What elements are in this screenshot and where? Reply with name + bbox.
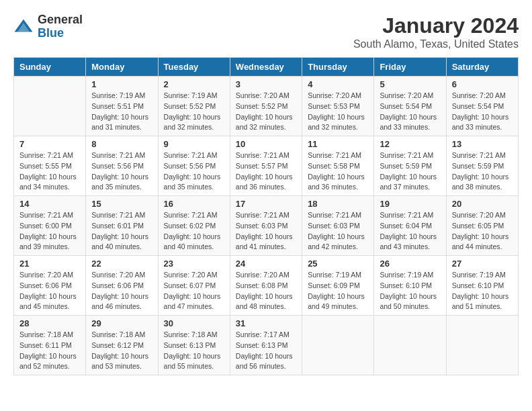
calendar-cell: 24Sunrise: 7:20 AMSunset: 6:08 PMDayligh… xyxy=(230,256,302,316)
calendar-cell xyxy=(374,316,446,375)
calendar-cell xyxy=(302,316,374,375)
calendar-cell: 9Sunrise: 7:21 AMSunset: 5:56 PMDaylight… xyxy=(158,136,230,196)
day-number: 18 xyxy=(308,199,368,209)
calendar-table: SundayMondayTuesdayWednesdayThursdayFrid… xyxy=(13,57,519,375)
day-info: Sunrise: 7:20 AMSunset: 5:53 PMDaylight:… xyxy=(308,91,368,133)
calendar-cell: 7Sunrise: 7:21 AMSunset: 5:55 PMDaylight… xyxy=(14,136,86,196)
day-number: 17 xyxy=(236,199,296,209)
header-monday: Monday xyxy=(86,58,158,77)
day-info: Sunrise: 7:20 AMSunset: 6:06 PMDaylight:… xyxy=(19,270,80,312)
calendar-row-2: 7Sunrise: 7:21 AMSunset: 5:55 PMDaylight… xyxy=(14,136,519,196)
day-info: Sunrise: 7:19 AMSunset: 5:51 PMDaylight:… xyxy=(91,91,152,133)
calendar-row-5: 28Sunrise: 7:18 AMSunset: 6:11 PMDayligh… xyxy=(14,316,519,375)
header: General Blue January 2024 South Alamo, T… xyxy=(13,13,519,50)
day-number: 3 xyxy=(236,79,296,89)
day-number: 30 xyxy=(164,318,224,328)
header-sunday: Sunday xyxy=(14,58,86,77)
header-thursday: Thursday xyxy=(302,58,374,77)
day-info: Sunrise: 7:21 AMSunset: 6:03 PMDaylight:… xyxy=(236,210,296,253)
day-number: 21 xyxy=(19,259,80,269)
calendar-cell: 8Sunrise: 7:21 AMSunset: 5:56 PMDaylight… xyxy=(86,136,158,196)
day-info: Sunrise: 7:20 AMSunset: 6:06 PMDaylight:… xyxy=(91,270,152,312)
day-info: Sunrise: 7:21 AMSunset: 5:59 PMDaylight:… xyxy=(380,150,440,193)
day-info: Sunrise: 7:17 AMSunset: 6:13 PMDaylight:… xyxy=(236,330,296,372)
day-info: Sunrise: 7:18 AMSunset: 6:12 PMDaylight:… xyxy=(91,330,152,372)
day-info: Sunrise: 7:21 AMSunset: 5:57 PMDaylight:… xyxy=(236,150,296,193)
calendar-cell: 3Sunrise: 7:20 AMSunset: 5:52 PMDaylight… xyxy=(230,77,302,136)
day-info: Sunrise: 7:21 AMSunset: 6:01 PMDaylight:… xyxy=(91,210,152,253)
calendar-header-row: SundayMondayTuesdayWednesdayThursdayFrid… xyxy=(14,58,519,77)
calendar-cell: 26Sunrise: 7:19 AMSunset: 6:10 PMDayligh… xyxy=(374,256,446,316)
logo-general: General xyxy=(38,13,83,27)
day-info: Sunrise: 7:20 AMSunset: 6:05 PMDaylight:… xyxy=(452,210,513,253)
day-number: 7 xyxy=(19,139,80,149)
calendar-cell: 6Sunrise: 7:20 AMSunset: 5:54 PMDaylight… xyxy=(446,77,518,136)
day-info: Sunrise: 7:20 AMSunset: 6:07 PMDaylight:… xyxy=(164,270,224,312)
calendar-cell: 14Sunrise: 7:21 AMSunset: 6:00 PMDayligh… xyxy=(14,196,86,256)
day-number: 4 xyxy=(308,79,368,89)
day-number: 9 xyxy=(164,139,224,149)
calendar-cell: 22Sunrise: 7:20 AMSunset: 6:06 PMDayligh… xyxy=(86,256,158,316)
day-number: 5 xyxy=(380,79,440,89)
day-number: 11 xyxy=(308,139,368,149)
day-info: Sunrise: 7:20 AMSunset: 5:52 PMDaylight:… xyxy=(236,91,296,133)
day-number: 31 xyxy=(236,318,296,328)
calendar-row-4: 21Sunrise: 7:20 AMSunset: 6:06 PMDayligh… xyxy=(14,256,519,316)
day-number: 29 xyxy=(91,318,152,328)
day-info: Sunrise: 7:19 AMSunset: 6:09 PMDaylight:… xyxy=(308,270,368,312)
calendar-cell xyxy=(14,77,86,136)
day-info: Sunrise: 7:19 AMSunset: 6:10 PMDaylight:… xyxy=(452,270,513,312)
day-info: Sunrise: 7:21 AMSunset: 5:55 PMDaylight:… xyxy=(19,150,80,193)
calendar-cell xyxy=(446,316,518,375)
calendar-cell: 16Sunrise: 7:21 AMSunset: 6:02 PMDayligh… xyxy=(158,196,230,256)
day-info: Sunrise: 7:20 AMSunset: 5:54 PMDaylight:… xyxy=(452,91,513,133)
day-number: 13 xyxy=(452,139,513,149)
day-number: 28 xyxy=(19,318,80,328)
calendar-cell: 15Sunrise: 7:21 AMSunset: 6:01 PMDayligh… xyxy=(86,196,158,256)
day-number: 14 xyxy=(19,199,80,209)
day-number: 24 xyxy=(236,259,296,269)
day-info: Sunrise: 7:20 AMSunset: 6:08 PMDaylight:… xyxy=(236,270,296,312)
header-tuesday: Tuesday xyxy=(158,58,230,77)
calendar-cell: 30Sunrise: 7:18 AMSunset: 6:13 PMDayligh… xyxy=(158,316,230,375)
calendar-cell: 20Sunrise: 7:20 AMSunset: 6:05 PMDayligh… xyxy=(446,196,518,256)
day-number: 1 xyxy=(91,79,152,89)
day-number: 15 xyxy=(91,199,152,209)
day-info: Sunrise: 7:20 AMSunset: 5:54 PMDaylight:… xyxy=(380,91,440,133)
day-info: Sunrise: 7:21 AMSunset: 5:59 PMDaylight:… xyxy=(452,150,513,193)
day-number: 25 xyxy=(308,259,368,269)
page-title: January 2024 xyxy=(353,13,519,38)
day-number: 2 xyxy=(164,79,224,89)
calendar-row-1: 1Sunrise: 7:19 AMSunset: 5:51 PMDaylight… xyxy=(14,77,519,136)
day-number: 16 xyxy=(164,199,224,209)
calendar-row-3: 14Sunrise: 7:21 AMSunset: 6:00 PMDayligh… xyxy=(14,196,519,256)
header-friday: Friday xyxy=(374,58,446,77)
day-info: Sunrise: 7:21 AMSunset: 6:03 PMDaylight:… xyxy=(308,210,368,253)
calendar-cell: 5Sunrise: 7:20 AMSunset: 5:54 PMDaylight… xyxy=(374,77,446,136)
calendar-cell: 13Sunrise: 7:21 AMSunset: 5:59 PMDayligh… xyxy=(446,136,518,196)
calendar-cell: 11Sunrise: 7:21 AMSunset: 5:58 PMDayligh… xyxy=(302,136,374,196)
calendar-cell: 10Sunrise: 7:21 AMSunset: 5:57 PMDayligh… xyxy=(230,136,302,196)
day-number: 22 xyxy=(91,259,152,269)
calendar-cell: 27Sunrise: 7:19 AMSunset: 6:10 PMDayligh… xyxy=(446,256,518,316)
day-number: 8 xyxy=(91,139,152,149)
day-number: 10 xyxy=(236,139,296,149)
day-info: Sunrise: 7:18 AMSunset: 6:13 PMDaylight:… xyxy=(164,330,224,372)
calendar-cell: 4Sunrise: 7:20 AMSunset: 5:53 PMDaylight… xyxy=(302,77,374,136)
calendar-cell: 12Sunrise: 7:21 AMSunset: 5:59 PMDayligh… xyxy=(374,136,446,196)
day-info: Sunrise: 7:19 AMSunset: 6:10 PMDaylight:… xyxy=(380,270,440,312)
day-number: 19 xyxy=(380,199,440,209)
day-number: 6 xyxy=(452,79,513,89)
calendar-cell: 1Sunrise: 7:19 AMSunset: 5:51 PMDaylight… xyxy=(86,77,158,136)
day-number: 26 xyxy=(380,259,440,269)
logo-icon xyxy=(13,17,34,37)
day-info: Sunrise: 7:21 AMSunset: 5:58 PMDaylight:… xyxy=(308,150,368,193)
day-info: Sunrise: 7:18 AMSunset: 6:11 PMDaylight:… xyxy=(19,330,80,372)
calendar-cell: 29Sunrise: 7:18 AMSunset: 6:12 PMDayligh… xyxy=(86,316,158,375)
calendar-cell: 23Sunrise: 7:20 AMSunset: 6:07 PMDayligh… xyxy=(158,256,230,316)
page-subtitle: South Alamo, Texas, United States xyxy=(353,38,519,50)
title-area: January 2024 South Alamo, Texas, United … xyxy=(353,13,519,50)
calendar-cell: 21Sunrise: 7:20 AMSunset: 6:06 PMDayligh… xyxy=(14,256,86,316)
calendar-cell: 19Sunrise: 7:21 AMSunset: 6:04 PMDayligh… xyxy=(374,196,446,256)
day-info: Sunrise: 7:21 AMSunset: 6:02 PMDaylight:… xyxy=(164,210,224,253)
